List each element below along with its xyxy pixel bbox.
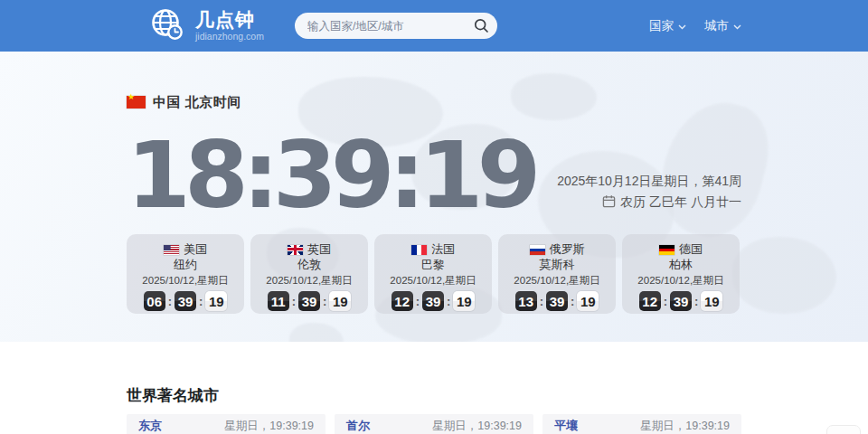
city-card-london[interactable]: 英国 伦敦 2025/10/12,星期日 11 : 39 : 19 — [250, 234, 368, 314]
card-date-label: 2025/10/12,星期日 — [374, 274, 492, 289]
calendar-icon — [602, 194, 616, 211]
colon: : — [199, 295, 203, 308]
nav-item-countries[interactable]: 国家 — [649, 18, 686, 34]
city-card-berlin[interactable]: 德国 柏林 2025/10/12,星期日 12 : 39 : 19 — [622, 234, 740, 314]
header: 几点钟 jidianzhong.com 国家 城市 — [0, 0, 868, 52]
flip-clock: 11 : 39 : 19 — [250, 291, 368, 311]
colon: : — [292, 295, 296, 308]
current-location: ★ 中国 北京时间 — [127, 93, 741, 111]
card-country-label: 法国 — [431, 241, 455, 258]
site-title: 几点钟 — [195, 9, 264, 30]
us-flag-icon — [164, 245, 179, 255]
russia-flag-icon — [530, 245, 545, 255]
famous-city-row-pyongyang: 平壤 星期日，19:39:19 — [542, 414, 741, 434]
card-date-label: 2025/10/12,星期日 — [250, 274, 368, 289]
minute-tile: 39 — [546, 291, 568, 311]
card-city-label: 莫斯科 — [498, 258, 616, 274]
card-city-label: 巴黎 — [374, 258, 492, 274]
brand-logo[interactable]: 几点钟 jidianzhong.com — [148, 6, 264, 46]
site-domain: jidianzhong.com — [195, 32, 264, 42]
colon: : — [664, 295, 667, 308]
hour-tile: 12 — [639, 291, 661, 311]
nav-item-cities[interactable]: 城市 — [704, 18, 741, 34]
city-time: 星期日，19:39:19 — [432, 419, 522, 434]
germany-flag-icon — [659, 245, 675, 255]
card-country-label: 俄罗斯 — [550, 241, 585, 258]
city-card-paris[interactable]: 法国 巴黎 2025/10/12,星期日 12 : 39 : 19 — [374, 234, 492, 314]
hour-tile: 11 — [268, 291, 289, 311]
nav-countries-label: 国家 — [649, 18, 674, 34]
world-city-cards: 美国 纽约 2025/10/12,星期日 06 : 39 : 19 英国 伦敦 … — [127, 234, 741, 314]
lunar-date: 农历 乙巳年 八月廿一 — [620, 194, 741, 211]
famous-cities-title: 世界著名城市 — [127, 385, 741, 406]
city-time: 星期日，19:39:19 — [224, 419, 314, 434]
colon: : — [416, 295, 420, 308]
colon: : — [323, 295, 326, 308]
location-label: 中国 北京时间 — [153, 94, 241, 111]
colon: : — [694, 295, 698, 308]
colon: : — [447, 295, 450, 308]
famous-city-row-tokyo: 东京 星期日，19:39:19 — [127, 414, 326, 434]
hero-section: ★ 中国 北京时间 18:39:19 2025年10月12日星期日，第41周 农… — [0, 52, 868, 342]
gregorian-date: 2025年10月12日星期日，第41周 — [557, 174, 741, 190]
back-to-top-button[interactable] — [826, 425, 861, 434]
globe-clock-logo-icon — [148, 6, 184, 46]
card-date-label: 2025/10/12,星期日 — [127, 274, 244, 289]
france-flag-icon — [411, 245, 427, 255]
card-country-label: 英国 — [307, 241, 331, 258]
china-flag-icon: ★ — [127, 96, 146, 108]
minute-tile: 39 — [670, 291, 692, 311]
search-icon[interactable] — [472, 16, 492, 36]
second-tile: 19 — [701, 291, 722, 311]
search-input[interactable] — [307, 20, 472, 33]
colon: : — [571, 295, 574, 308]
main-nav: 国家 城市 — [649, 18, 741, 34]
card-city-label: 纽约 — [127, 258, 244, 274]
city-link-pyongyang[interactable]: 平壤 — [554, 418, 578, 434]
second-tile: 19 — [453, 291, 475, 311]
hour-tile: 13 — [515, 291, 537, 311]
chevron-down-icon — [733, 19, 741, 33]
flip-clock: 06 : 39 : 19 — [127, 291, 244, 311]
hour-tile: 12 — [392, 291, 413, 311]
date-block: 2025年10月12日星期日，第41周 农历 乙巳年 八月廿一 — [557, 174, 741, 218]
hour-tile: 06 — [144, 291, 165, 311]
minute-tile: 39 — [422, 291, 444, 311]
city-link-tokyo[interactable]: 东京 — [138, 418, 162, 434]
city-card-moscow[interactable]: 俄罗斯 莫斯科 2025/10/12,星期日 13 : 39 : 19 — [498, 234, 616, 314]
card-city-label: 柏林 — [622, 258, 740, 274]
flip-clock: 12 : 39 : 19 — [622, 291, 740, 311]
card-date-label: 2025/10/12,星期日 — [498, 274, 616, 289]
minute-tile: 39 — [175, 291, 196, 311]
main-clock: 18:39:19 — [127, 133, 534, 218]
second-tile: 19 — [577, 291, 599, 311]
flip-clock: 13 : 39 : 19 — [498, 291, 616, 311]
flag-star: ★ — [127, 93, 135, 101]
second-tile: 19 — [205, 291, 227, 311]
card-date-label: 2025/10/12,星期日 — [622, 274, 740, 289]
search-box — [295, 13, 497, 39]
flip-clock: 12 : 39 : 19 — [374, 291, 492, 311]
second-tile: 19 — [329, 291, 351, 311]
card-country-label: 德国 — [679, 241, 703, 258]
uk-flag-icon — [288, 245, 303, 255]
colon: : — [168, 295, 172, 308]
card-country-label: 美国 — [184, 241, 207, 258]
city-card-newyork[interactable]: 美国 纽约 2025/10/12,星期日 06 : 39 : 19 — [127, 234, 244, 314]
chevron-down-icon — [678, 19, 686, 33]
colon: : — [540, 295, 543, 308]
famous-city-row-seoul: 首尔 星期日，19:39:19 — [335, 414, 533, 434]
famous-cities-section: 世界著名城市 东京 星期日，19:39:19 首尔 星期日，19:39:19 平… — [127, 385, 741, 434]
card-city-label: 伦敦 — [250, 258, 368, 274]
city-link-seoul[interactable]: 首尔 — [346, 418, 370, 434]
nav-cities-label: 城市 — [704, 18, 729, 34]
city-time: 星期日，19:39:19 — [640, 419, 730, 434]
minute-tile: 39 — [298, 291, 320, 311]
